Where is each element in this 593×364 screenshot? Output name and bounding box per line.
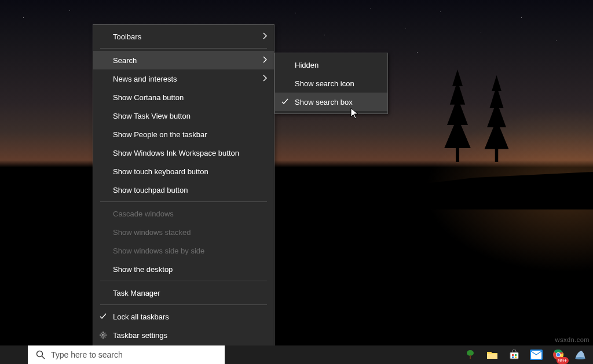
menu-item-news-interests[interactable]: News and interests: [93, 69, 274, 88]
menu-item-show-desktop[interactable]: Show the desktop: [93, 260, 274, 278]
menu-item-touch-keyboard[interactable]: Show touch keyboard button: [93, 162, 274, 181]
menu-item-people[interactable]: Show People on the taskbar: [93, 125, 274, 144]
chevron-right-icon: [262, 32, 267, 41]
menu-label: Taskbar settings: [113, 331, 167, 340]
tray-icon-explorer[interactable]: [484, 348, 500, 362]
menu-label: Toolbars: [113, 32, 141, 41]
checkmark-icon: [280, 98, 290, 106]
search-input[interactable]: Type here to search: [28, 345, 225, 364]
menu-item-stacked: Show windows stacked: [93, 223, 274, 241]
svg-rect-4: [470, 355, 471, 359]
svg-point-0: [102, 334, 104, 336]
submenu-item-hidden[interactable]: Hidden: [275, 56, 387, 74]
menu-item-toolbars[interactable]: Toolbars: [93, 27, 274, 46]
svg-point-1: [37, 351, 43, 357]
menu-item-search[interactable]: Search: [93, 51, 274, 69]
menu-separator: [100, 48, 267, 49]
menu-item-cascade: Cascade windows: [93, 204, 274, 223]
svg-line-2: [42, 356, 45, 359]
tray-icon-mail[interactable]: [528, 348, 544, 362]
menu-label: Show Windows Ink Workspace button: [113, 149, 239, 157]
svg-point-15: [557, 353, 560, 356]
checkmark-icon: [98, 312, 108, 321]
taskbar[interactable]: Type here to search 99+: [0, 345, 593, 364]
tray-icon-store[interactable]: [506, 348, 522, 362]
menu-label: Show People on the taskbar: [113, 130, 207, 139]
system-tray: 99+: [462, 345, 588, 364]
menu-separator: [100, 281, 267, 281]
svg-rect-8: [515, 354, 517, 356]
menu-label: Show search icon: [295, 79, 354, 88]
taskbar-context-menu: Toolbars Search News and interests Show …: [93, 24, 274, 347]
badge: 99+: [557, 357, 569, 364]
menu-separator: [100, 304, 267, 305]
menu-item-side-by-side: Show windows side by side: [93, 241, 274, 260]
submenu-item-show-icon[interactable]: Show search icon: [275, 74, 387, 93]
search-placeholder: Type here to search: [51, 350, 123, 359]
tray-icon-app[interactable]: [572, 348, 588, 362]
svg-rect-6: [510, 352, 518, 359]
menu-item-taskview[interactable]: Show Task View button: [93, 106, 274, 125]
menu-label: Show the desktop: [113, 265, 173, 274]
svg-point-3: [467, 350, 474, 356]
submenu-item-show-box[interactable]: Show search box: [275, 93, 387, 111]
menu-label: Show Cortana button: [113, 93, 184, 102]
tray-icon-tree[interactable]: [462, 348, 478, 362]
menu-label: Hidden: [295, 61, 319, 69]
menu-item-touchpad[interactable]: Show touchpad button: [93, 181, 274, 199]
search-icon: [36, 350, 45, 359]
menu-item-ink-workspace[interactable]: Show Windows Ink Workspace button: [93, 144, 274, 162]
menu-label: Search: [113, 56, 137, 65]
svg-rect-9: [512, 356, 514, 358]
search-submenu: Hidden Show search icon Show search box: [274, 53, 388, 114]
menu-separator: [100, 201, 267, 202]
svg-rect-7: [512, 354, 514, 356]
svg-rect-10: [515, 356, 517, 358]
menu-label: Cascade windows: [113, 209, 174, 218]
menu-label: Show touchpad button: [113, 186, 188, 194]
svg-point-16: [575, 357, 585, 359]
menu-item-cortana[interactable]: Show Cortana button: [93, 88, 274, 106]
menu-label: Show Task View button: [113, 112, 191, 120]
watermark: wsxdn.com: [555, 336, 590, 343]
svg-rect-5: [487, 354, 497, 359]
menu-label: Show touch keyboard button: [113, 167, 208, 176]
menu-label: Lock all taskbars: [113, 312, 169, 321]
menu-item-taskbar-settings[interactable]: Taskbar settings: [93, 326, 274, 344]
menu-label: News and interests: [113, 75, 177, 83]
chevron-right-icon: [262, 75, 267, 83]
menu-label: Show windows stacked: [113, 228, 191, 237]
menu-label: Show search box: [295, 98, 353, 106]
menu-label: Show windows side by side: [113, 247, 204, 255]
menu-item-task-manager[interactable]: Task Manager: [93, 284, 274, 302]
gear-icon: [98, 331, 108, 339]
menu-label: Task Manager: [113, 289, 160, 297]
chevron-right-icon: [262, 56, 267, 65]
tray-icon-chrome[interactable]: 99+: [550, 348, 566, 362]
menu-item-lock-taskbars[interactable]: Lock all taskbars: [93, 307, 274, 326]
